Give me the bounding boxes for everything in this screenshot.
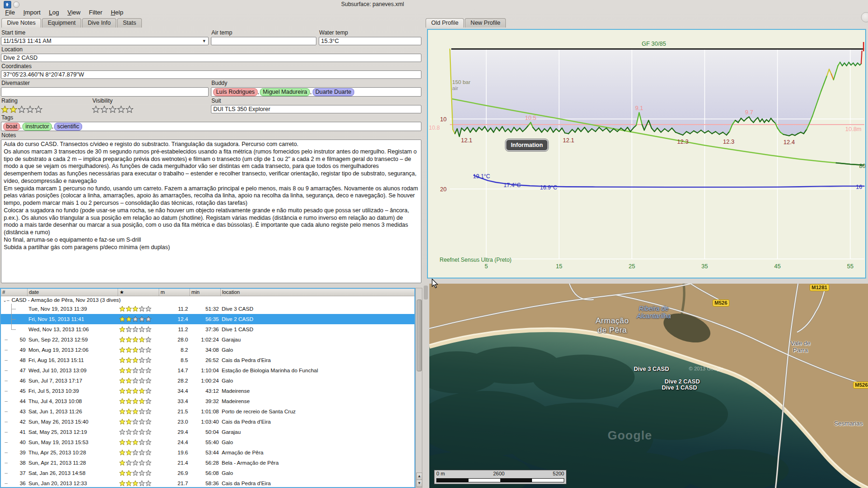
menu-item-log[interactable]: Log <box>45 8 63 17</box>
dive-row[interactable]: –47Wed, Jul 10, 2013 13:0914.71:10:04Est… <box>1 365 414 376</box>
dive-depth: 21.5 <box>159 409 189 414</box>
dive-row[interactable]: –40Sun, May 19, 2013 15:5324.455:40Galo <box>1 437 414 447</box>
dive-rating-stars <box>119 418 157 425</box>
dive-row[interactable]: –50Sun, Sep 22, 2013 12:5928.01:02:24Gar… <box>1 335 414 345</box>
dive-list-table[interactable]: #date★mminlocation⌄– CASD - Armação de P… <box>0 288 415 488</box>
column-header-location[interactable]: location <box>220 289 414 296</box>
star-filled-icon <box>132 480 139 487</box>
tab-stats[interactable]: Stats <box>117 18 142 28</box>
tag-chip[interactable]: scientific <box>54 123 82 131</box>
notes-textarea[interactable]: Aula do curso CASD. Transectos c/video e… <box>1 139 421 283</box>
x-axis-tick: 55 <box>847 263 854 270</box>
dive-date: Fri, Aug 16, 2013 15:11 <box>27 357 118 363</box>
dive-row[interactable]: –43Sat, Jun 1, 2013 11:2621.51:01:08Port… <box>1 406 414 417</box>
dive-row[interactable]: –38Sun, Apr 21, 2013 11:2821.456:28Bela … <box>1 458 414 468</box>
map-scale-bar: 0 m 2600 5200 <box>434 470 567 484</box>
column-header-min[interactable]: min <box>189 289 220 296</box>
divemaster-input[interactable] <box>1 87 209 97</box>
water-temp-input[interactable]: 15.3°C <box>319 37 421 45</box>
column-header-stars[interactable]: ★ <box>118 289 159 296</box>
dive-site-map[interactable]: Armação de PêraRibeira de AlcantarilhaVa… <box>429 284 868 488</box>
menu-item-help[interactable]: Help <box>106 8 127 17</box>
star-filled-icon <box>126 316 132 322</box>
dive-rating <box>118 398 159 404</box>
dive-row[interactable]: –39Thu, Apr 25, 2013 10:2819.653:44Armaç… <box>1 447 414 458</box>
dive-row[interactable]: –49Mon, Aug 19, 2013 12:068.234:08Galo <box>1 345 414 355</box>
dive-number-cell: –43 <box>1 409 27 414</box>
coordinates-input[interactable]: 37°05'23.460"N 8°20'47.879"W <box>1 70 421 79</box>
star-filled-icon <box>126 408 132 415</box>
dive-row[interactable]: –42Sun, May 26, 2013 15:4023.01:03:40Cai… <box>1 417 414 427</box>
rating-stars[interactable] <box>1 105 90 113</box>
star-filled-icon <box>126 377 132 384</box>
menu-item-filter[interactable]: Filter <box>84 8 106 17</box>
tab-equipment[interactable]: Equipment <box>42 18 81 28</box>
dive-number: 38 <box>20 460 26 466</box>
dive-row[interactable]: –46Sun, Jul 7, 2013 17:1728.21:00:24Galo <box>1 376 414 386</box>
dive-row[interactable]: –37Sat, Jan 26, 2013 14:5826.956:08Galo <box>1 468 414 478</box>
tag-chip[interactable]: boat <box>3 123 20 131</box>
information-tooltip[interactable]: Information <box>505 139 548 151</box>
window-menu-button[interactable] <box>13 1 20 8</box>
dive-number: 39 <box>20 450 26 455</box>
dive-depth: 8.5 <box>159 357 189 363</box>
dive-row[interactable]: –41Sat, May 25, 2013 12:1929.450:04Garaj… <box>1 427 414 437</box>
dive-profile-chart[interactable]: GF 30/85515253545551020Reefnet Sensus Ul… <box>428 30 865 278</box>
star-filled-icon <box>132 439 139 446</box>
buddy-input[interactable]: Luís Rodrigues,Miguel Madureira,Duarte D… <box>211 87 421 97</box>
column-header-m[interactable]: m <box>159 289 189 296</box>
star-filled-icon <box>126 388 132 394</box>
menu-item-view[interactable]: View <box>63 8 85 17</box>
star-empty-icon <box>139 377 145 384</box>
dive-depth: 34.4 <box>159 388 189 394</box>
buddy-chip[interactable]: Duarte Duarte <box>313 88 354 96</box>
star-empty-icon <box>145 439 152 446</box>
trip-row[interactable]: ⌄– CASD - Armação de Pêra, Nov 2013 (3 d… <box>1 296 414 304</box>
scrollbar-handle[interactable] <box>424 286 428 300</box>
visibility-stars[interactable] <box>92 105 209 113</box>
dive-row[interactable]: Wed, Nov 13, 2013 11:0611.237:36Dive 1 C… <box>1 324 414 335</box>
star-empty-icon <box>18 105 26 113</box>
desktop-corner-button[interactable] <box>861 12 868 22</box>
column-header-date[interactable]: date <box>27 289 118 296</box>
tab-dive-info[interactable]: Dive Info <box>82 18 116 28</box>
star-filled-icon <box>119 439 126 446</box>
star-empty-icon <box>139 429 145 435</box>
menu-item-import[interactable]: Import <box>19 8 45 17</box>
min-depth-label: 10.5 <box>525 115 536 121</box>
dive-rating <box>118 408 159 415</box>
tag-chip[interactable]: instructor <box>22 123 52 131</box>
buddy-chip[interactable]: Miguel Madureira <box>260 88 310 96</box>
dive-site-label: Dive 1 CASD <box>662 384 697 391</box>
tab-dive-notes[interactable]: Dive Notes <box>1 18 41 28</box>
start-time-combobox[interactable]: 11/15/13 11:41 AM ▼ <box>1 37 209 45</box>
menu-item-file[interactable]: File <box>1 8 19 17</box>
star-empty-icon <box>139 439 145 446</box>
tab-old-profile[interactable]: Old Profile <box>426 18 464 28</box>
scroll-up-icon[interactable]: ▲ <box>416 473 422 480</box>
dive-row[interactable]: Tue, Nov 19, 2013 11:3911.251:32Dive 3 C… <box>1 304 414 314</box>
dive-row[interactable]: –45Fri, Jul 5, 2013 10:3934.443:12Madeir… <box>1 386 414 396</box>
suit-input[interactable]: DUI TLS 350 Explorer <box>211 105 421 113</box>
tags-input[interactable]: boat,instructor,scientific <box>1 122 421 131</box>
scroll-down-icon[interactable]: ▼ <box>416 480 422 487</box>
scrollbar-handle[interactable] <box>417 300 422 371</box>
column-header-num[interactable]: # <box>1 289 27 296</box>
tree-dash: – <box>5 470 7 475</box>
dive-rating-stars <box>119 367 157 374</box>
star-empty-icon <box>132 367 139 374</box>
dive-row[interactable]: Fri, Nov 15, 2013 11:4112.456:35Dive 2 C… <box>1 314 414 324</box>
dive-row[interactable]: –44Thu, Jul 4, 2013 10:0833.439:32Madeir… <box>1 396 414 406</box>
map-left-scrollbar[interactable] <box>422 284 429 488</box>
dive-location: Garajau <box>220 429 414 435</box>
tab-new-profile[interactable]: New Profile <box>465 18 506 28</box>
dive-list-scrollbar[interactable]: ▲ ▼ <box>415 288 422 488</box>
dive-rating-stars <box>119 408 157 415</box>
dive-row[interactable]: –48Fri, Aug 16, 2013 15:118.526:52Cais d… <box>1 355 414 365</box>
star-empty-icon <box>145 460 152 466</box>
star-filled-icon <box>126 480 132 487</box>
buddy-chip[interactable]: Luís Rodrigues <box>213 88 258 96</box>
dive-row[interactable]: –36Sun, Jan 20, 2013 12:3321.758:36Cais … <box>1 478 414 488</box>
location-input[interactable]: Dive 2 CASD <box>1 54 421 62</box>
air-temp-input[interactable] <box>211 37 316 45</box>
